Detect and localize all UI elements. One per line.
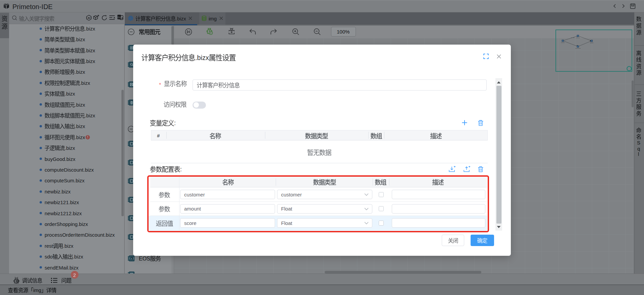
- svg-text:Float: Float: [281, 220, 292, 226]
- svg-text:#: #: [157, 133, 160, 138]
- svg-text:customer: customer: [281, 192, 302, 197]
- svg-text:score: score: [184, 220, 197, 226]
- svg-text:S: S: [637, 140, 640, 145]
- svg-text:customer: customer: [184, 192, 205, 197]
- svg-text:Float: Float: [281, 206, 292, 212]
- svg-text:l: l: [638, 152, 639, 157]
- svg-text:amount: amount: [184, 206, 201, 212]
- svg-text:.bizx: .bizx: [195, 54, 209, 61]
- svg-text:2: 2: [73, 272, 76, 278]
- svg-text:*: *: [159, 82, 161, 87]
- svg-text:img: img: [33, 287, 41, 293]
- svg-text::: :: [174, 120, 176, 126]
- svg-text:q: q: [637, 146, 640, 152]
- svg-text::: :: [180, 166, 182, 173]
